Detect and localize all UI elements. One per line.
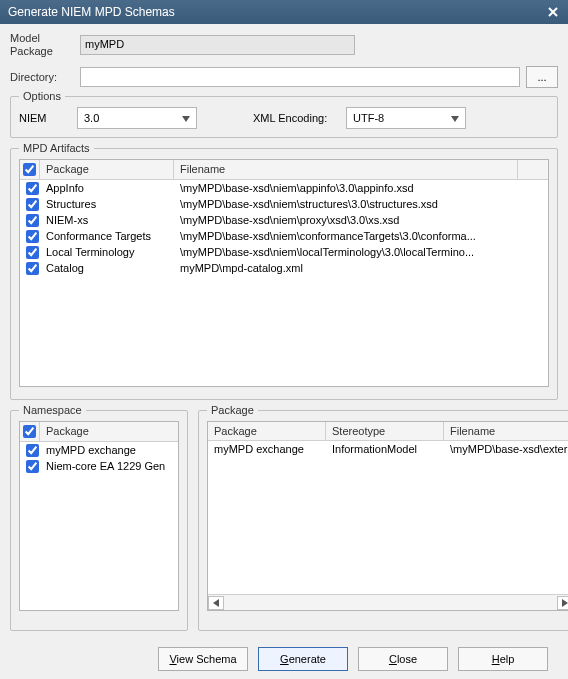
view-schema-button[interactable]: View Schema — [158, 647, 248, 671]
row-checkbox[interactable] — [26, 262, 39, 275]
artifacts-col-filename[interactable]: Filename — [174, 160, 518, 179]
mpd-artifacts-legend: MPD Artifacts — [19, 142, 94, 154]
niem-label: NIEM — [19, 112, 69, 124]
row-checkbox[interactable] — [26, 460, 39, 473]
model-package-label: Model Package — [10, 32, 80, 58]
artifact-package-cell: Catalog — [40, 260, 174, 276]
namespace-check-all[interactable] — [23, 425, 36, 438]
namespace-col-package[interactable]: Package — [40, 422, 178, 441]
package-fieldset: Package Package Stereotype Filename myMP… — [198, 410, 568, 631]
row-checkbox[interactable] — [26, 230, 39, 243]
chevron-down-icon — [451, 112, 459, 124]
horizontal-scrollbar[interactable] — [208, 594, 568, 610]
artifacts-check-all[interactable] — [23, 163, 36, 176]
directory-input[interactable] — [80, 67, 520, 87]
package-filename-cell: \myMPD\base-xsd\exter — [444, 441, 568, 457]
package-stereotype-cell: InformationModel — [326, 441, 444, 457]
options-fieldset: Options NIEM 3.0 XML Encoding: UTF-8 — [10, 96, 558, 138]
artifacts-listview[interactable]: Package Filename AppInfo\myMPD\base-xsd\… — [19, 159, 549, 387]
chevron-down-icon — [182, 112, 190, 124]
niem-combobox[interactable]: 3.0 — [77, 107, 197, 129]
row-checkbox[interactable] — [26, 246, 39, 259]
table-row[interactable]: NIEM-xs\myMPD\base-xsd\niem\proxy\xsd\3.… — [20, 212, 548, 228]
directory-label: Directory: — [10, 71, 80, 84]
help-button[interactable]: Help — [458, 647, 548, 671]
package-col-stereotype[interactable]: Stereotype — [326, 422, 444, 440]
model-package-field: myMPD — [80, 35, 355, 55]
row-checkbox[interactable] — [26, 182, 39, 195]
row-checkbox[interactable] — [26, 214, 39, 227]
table-row[interactable]: CatalogmyMPD\mpd-catalog.xml — [20, 260, 548, 276]
scroll-right-button[interactable] — [557, 596, 568, 610]
artifact-filename-cell: \myMPD\base-xsd\niem\structures\3.0\stru… — [174, 196, 548, 212]
artifact-filename-cell: \myMPD\base-xsd\niem\conformanceTargets\… — [174, 228, 548, 244]
namespace-package-cell: Niem-core EA 1229 Gen — [40, 458, 178, 474]
artifact-filename-cell: myMPD\mpd-catalog.xml — [174, 260, 548, 276]
xml-encoding-label: XML Encoding: — [253, 112, 338, 124]
artifact-package-cell: Local Terminology — [40, 244, 174, 260]
close-icon[interactable] — [544, 3, 562, 21]
row-checkbox[interactable] — [26, 444, 39, 457]
artifact-filename-cell: \myMPD\base-xsd\niem\localTerminology\3.… — [174, 244, 548, 260]
title-bar: Generate NIEM MPD Schemas — [0, 0, 568, 24]
window-title: Generate NIEM MPD Schemas — [8, 5, 544, 19]
browse-button[interactable]: ... — [526, 66, 558, 88]
artifact-filename-cell: \myMPD\base-xsd\niem\appinfo\3.0\appinfo… — [174, 180, 548, 196]
xml-encoding-combobox[interactable]: UTF-8 — [346, 107, 466, 129]
row-checkbox[interactable] — [26, 198, 39, 211]
xml-encoding-value: UTF-8 — [353, 112, 384, 124]
namespace-legend: Namespace — [19, 404, 86, 416]
table-row[interactable]: Structures\myMPD\base-xsd\niem\structure… — [20, 196, 548, 212]
package-listview[interactable]: Package Stereotype Filename myMPD exchan… — [207, 421, 568, 611]
artifact-filename-cell: \myMPD\base-xsd\niem\proxy\xsd\3.0\xs.xs… — [174, 212, 548, 228]
options-legend: Options — [19, 90, 65, 102]
package-col-filename[interactable]: Filename — [444, 422, 568, 440]
namespace-listview[interactable]: Package myMPD exchangeNiem-core EA 1229 … — [19, 421, 179, 611]
table-row[interactable]: myMPD exchangeInformationModel\myMPD\bas… — [208, 441, 568, 457]
package-col-package[interactable]: Package — [208, 422, 326, 440]
artifact-package-cell: NIEM-xs — [40, 212, 174, 228]
package-legend: Package — [207, 404, 258, 416]
close-button[interactable]: Close — [358, 647, 448, 671]
namespace-fieldset: Namespace Package myMPD exchangeNiem-cor… — [10, 410, 188, 631]
table-row[interactable]: Local Terminology\myMPD\base-xsd\niem\lo… — [20, 244, 548, 260]
namespace-package-cell: myMPD exchange — [40, 442, 178, 458]
table-row[interactable]: myMPD exchange — [20, 442, 178, 458]
table-row[interactable]: Conformance Targets\myMPD\base-xsd\niem\… — [20, 228, 548, 244]
artifact-package-cell: Conformance Targets — [40, 228, 174, 244]
scroll-track[interactable] — [224, 596, 557, 610]
table-row[interactable]: Niem-core EA 1229 Gen — [20, 458, 178, 474]
artifact-package-cell: AppInfo — [40, 180, 174, 196]
scroll-left-button[interactable] — [208, 596, 224, 610]
artifact-package-cell: Structures — [40, 196, 174, 212]
artifacts-col-package[interactable]: Package — [40, 160, 174, 179]
mpd-artifacts-fieldset: MPD Artifacts Package Filename AppInfo\m… — [10, 148, 558, 400]
package-package-cell: myMPD exchange — [208, 441, 326, 457]
artifacts-col-spacer — [518, 160, 548, 179]
table-row[interactable]: AppInfo\myMPD\base-xsd\niem\appinfo\3.0\… — [20, 180, 548, 196]
niem-value: 3.0 — [84, 112, 99, 124]
generate-button[interactable]: Generate — [258, 647, 348, 671]
